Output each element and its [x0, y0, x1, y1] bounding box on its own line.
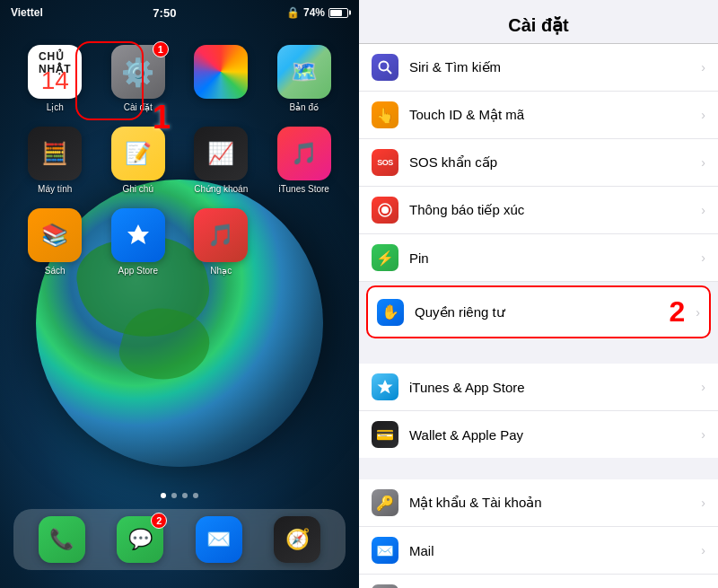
settings-icon-password: 🔑: [372, 489, 398, 516]
settings-label-search: Siri & Tìm kiếm: [409, 59, 690, 75]
dock-item-phone[interactable]: 📞: [39, 516, 85, 563]
annotation-number-2: 2: [670, 295, 686, 329]
status-time: 7:50: [153, 6, 176, 20]
svg-point-0: [380, 62, 389, 71]
carrier-name: Viettel: [11, 6, 43, 19]
dock-icon-mail: ✉️: [196, 516, 242, 563]
settings-icon-mail: ✉️: [372, 537, 398, 564]
page-dot-2: [171, 493, 177, 498]
settings-icon-touch-id: 👆: [372, 101, 398, 128]
dock-item-mail[interactable]: ✉️: [196, 516, 242, 563]
settings-label-password: Mật khẩu & Tài khoản: [409, 495, 690, 511]
settings-list: Siri & Tìm kiếm › 👆 Touch ID & Mật mã › …: [359, 44, 718, 588]
app-item-music[interactable]: 🎵 Nhạc: [184, 208, 258, 276]
app-grid: Chủ Nhật 14 Lịch ⚙️ 1 Cài đặt 🗺️ Bản đồ: [0, 36, 359, 285]
page-dot-1: [161, 493, 166, 498]
settings-label-privacy: Quyền riêng tư: [415, 304, 652, 320]
chevron-pin: ›: [701, 250, 705, 265]
app-label-calculator: Máy tính: [38, 184, 72, 194]
settings-icon-exposure: [372, 197, 398, 224]
lock-icon: 🔒: [286, 6, 300, 19]
settings-item-itunes[interactable]: iTunes & App Store ›: [359, 364, 718, 411]
settings-item-password[interactable]: 🔑 Mật khẩu & Tài khoản ›: [359, 479, 718, 527]
settings-label-pin: Pin: [409, 250, 690, 266]
app-item-stocks[interactable]: 📈 Chứng khoán: [184, 127, 258, 194]
chevron-mail: ›: [701, 543, 705, 557]
dock-item-messages[interactable]: 💬 2: [117, 516, 163, 563]
app-item-photos[interactable]: [184, 45, 258, 112]
svg-line-1: [388, 70, 392, 75]
app-item-empty: [267, 208, 342, 276]
settings-item-search[interactable]: Siri & Tìm kiếm ›: [359, 44, 718, 92]
settings-icon-wallet: 💳: [372, 421, 398, 448]
settings-label-touch-id: Touch ID & Mật mã: [409, 107, 690, 123]
dock-item-safari[interactable]: 🧭: [274, 516, 320, 563]
settings-item-wallet[interactable]: 💳 Wallet & Apple Pay ›: [359, 411, 718, 458]
section-gap-2: [359, 458, 718, 479]
chevron-wallet: ›: [701, 427, 705, 442]
app-icon-books: 📚: [28, 208, 82, 262]
svg-point-2: [381, 206, 389, 214]
settings-item-contacts[interactable]: 👤 Danh bạ ›: [359, 575, 718, 588]
app-label-calendar: Lịch: [47, 102, 64, 112]
page-dot-3: [182, 493, 188, 498]
settings-icon-search: [372, 54, 398, 81]
app-icon-appstore: [111, 208, 165, 262]
app-item-books[interactable]: 📚 Sách: [18, 208, 92, 276]
settings-item-sos[interactable]: SOS SOS khẩn cấp ›: [359, 139, 718, 187]
settings-icon-itunes: [372, 373, 398, 400]
chevron-itunes: ›: [701, 380, 705, 394]
app-label-music: Nhạc: [210, 266, 232, 276]
settings-label-sos: SOS khẩn cấp: [409, 154, 690, 171]
settings-item-mail[interactable]: ✉️ Mail ›: [359, 527, 718, 575]
settings-title: Cài đặt: [508, 15, 569, 35]
settings-section-1: Siri & Tìm kiếm › 👆 Touch ID & Mật mã › …: [359, 44, 718, 342]
settings-icon-contacts: 👤: [372, 584, 398, 588]
chevron-sos: ›: [701, 155, 705, 170]
settings-label-exposure: Thông báo tiếp xúc: [409, 202, 690, 218]
app-item-appstore[interactable]: App Store: [101, 208, 176, 276]
dock-icon-phone: 📞: [39, 516, 85, 563]
settings-label-wallet: Wallet & Apple Pay: [409, 427, 690, 443]
settings-icon-pin: ⚡: [372, 244, 398, 271]
settings-section-3: 🔑 Mật khẩu & Tài khoản › ✉️ Mail › 👤 Dan…: [359, 479, 718, 588]
dock: 📞 💬 2 ✉️ 🧭: [13, 509, 346, 570]
app-icon-music: 🎵: [194, 208, 248, 262]
section-gap-1: [359, 342, 718, 364]
app-label-stocks: Chứng khoán: [194, 184, 248, 194]
app-item-calculator[interactable]: 🧮 Máy tính: [18, 127, 92, 194]
chevron-touch-id: ›: [701, 108, 705, 122]
chevron-exposure: ›: [701, 203, 705, 217]
app-label-itunes-store: iTunes Store: [279, 184, 329, 194]
app-icon-stocks: 📈: [194, 127, 248, 180]
status-right: 🔒 74%: [286, 6, 348, 19]
dock-icon-safari: 🧭: [274, 516, 320, 563]
annotation-number-1: 1: [153, 99, 171, 136]
app-label-books: Sách: [45, 266, 66, 276]
settings-item-pin[interactable]: ⚡ Pin ›: [359, 234, 718, 282]
chevron-password: ›: [701, 496, 705, 510]
app-item-maps[interactable]: 🗺️ Bản đồ: [267, 45, 342, 112]
settings-item-exposure[interactable]: Thông báo tiếp xúc ›: [359, 187, 718, 234]
settings-highlight-box: [75, 41, 144, 120]
settings-section-2: iTunes & App Store › 💳 Wallet & Apple Pa…: [359, 364, 718, 458]
app-icon-photos: [194, 45, 248, 99]
phone-screen: Viettel 7:50 🔒 74% Chủ Nhật 14 Lịch ⚙️ 1…: [0, 0, 359, 588]
messages-badge: 2: [151, 513, 167, 529]
status-bar: Viettel 7:50 🔒 74%: [0, 0, 359, 25]
dock-icon-messages: 💬 2: [117, 516, 163, 563]
settings-header: Cài đặt: [359, 0, 718, 44]
settings-item-touch-id[interactable]: 👆 Touch ID & Mật mã ›: [359, 92, 718, 139]
chevron-privacy: ›: [696, 305, 700, 320]
chevron-search: ›: [701, 60, 705, 75]
page-dot-4: [193, 493, 198, 498]
app-label-maps: Bản đồ: [289, 102, 319, 112]
app-icon-calculator: 🧮: [28, 127, 82, 180]
settings-item-privacy[interactable]: ✋ Quyền riêng tư 2 ›: [366, 285, 711, 338]
page-indicators: [0, 493, 359, 498]
app-label-notes: Ghi chú: [123, 184, 153, 194]
app-item-notes[interactable]: 📝 Ghi chú: [101, 127, 176, 194]
app-icon-calendar: Chủ Nhật 14: [28, 45, 82, 99]
settings-panel: Cài đặt Siri & Tìm kiếm › 👆: [359, 0, 718, 588]
app-item-itunes-store[interactable]: 🎵 iTunes Store: [267, 127, 342, 194]
